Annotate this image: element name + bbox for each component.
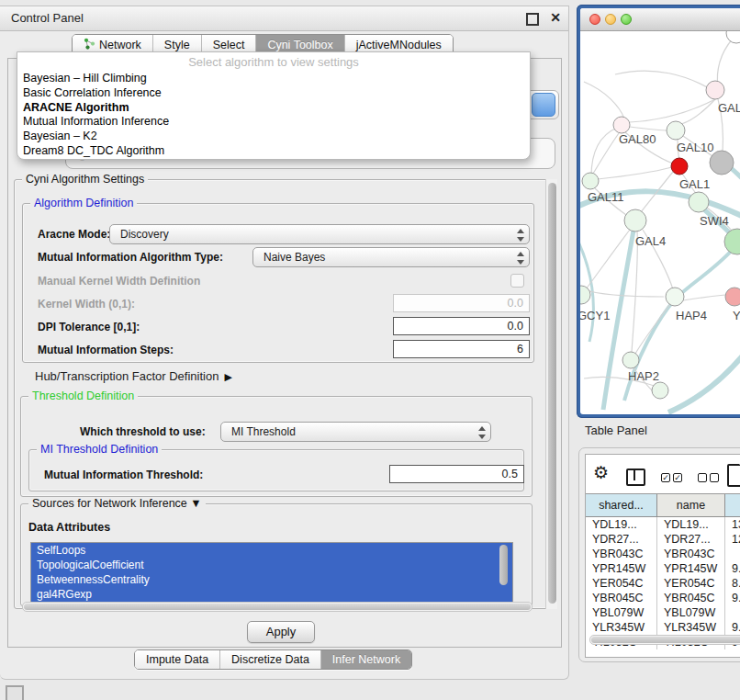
settings-horizontal-scrollbar[interactable] <box>22 602 533 612</box>
network-node-label: GAL11 <box>588 190 624 204</box>
data-attributes-label: Data Attributes <box>28 521 110 534</box>
dpi-tolerance-label: DPI Tolerance [0,1]: <box>38 321 140 333</box>
settings-vertical-scrollbar[interactable] <box>545 179 557 609</box>
column-header[interactable]: shared... <box>586 494 657 516</box>
gear-icon[interactable]: ⚙ <box>593 462 609 483</box>
table-toolbar: ⚙ ✓✓ <box>586 455 740 493</box>
node-table: shared...nameYDL19...YDL19...13YDR27...Y… <box>586 493 740 649</box>
mi-threshold-field[interactable]: 0.5 <box>389 465 524 483</box>
tab-impute-data[interactable]: Impute Data <box>135 650 219 669</box>
network-node-gal-partial[interactable] <box>706 81 724 99</box>
table-panel-inner: ⚙ ✓✓ shared...nameYDL19...YDL19...13YDR2… <box>585 454 740 658</box>
columns-icon[interactable] <box>626 469 645 486</box>
network-node-gal10[interactable] <box>667 121 685 140</box>
algorithm-option[interactable]: Bayesian – K2 <box>17 130 530 144</box>
table-cell: YDR27... <box>586 532 657 547</box>
list-vertical-scrollbar[interactable] <box>499 545 508 585</box>
sources-title: Sources for Network Inference ▼ <box>28 497 206 510</box>
tab-label: Select <box>213 39 245 51</box>
minimize-traffic-light-icon[interactable] <box>605 14 616 25</box>
table-cell <box>725 605 740 620</box>
tab-infer-network[interactable]: Infer Network <box>320 650 411 669</box>
table-cell: YER054C <box>586 576 657 591</box>
table-cell: 9. <box>725 591 740 605</box>
network-node-gal1[interactable] <box>671 158 688 175</box>
table-row[interactable]: YPR145WYPR145W9. <box>586 561 740 576</box>
column-header[interactable]: name <box>657 494 725 516</box>
algorithm-option[interactable]: Bayesian – Hill Climbing <box>17 72 530 86</box>
table-row[interactable]: YDL19...YDL19...13 <box>586 517 740 532</box>
table-cell: YBR043C <box>586 547 657 561</box>
table-cell: 12 <box>725 532 740 547</box>
attribute-list-item[interactable]: BetweennessCentrality <box>31 572 512 587</box>
network-edge <box>630 99 715 122</box>
attribute-list-item[interactable]: gal4RGexp <box>31 587 512 602</box>
network-node-label: GAL1 <box>679 177 710 191</box>
dropdown-prompt: Select algorithm to view settings <box>17 52 530 72</box>
panel-title: Control Panel <box>11 11 84 25</box>
close-icon[interactable]: ✕ <box>550 10 561 25</box>
mi-steps-field[interactable]: 6 <box>393 340 530 358</box>
select-all-columns-icon[interactable]: ✓✓ <box>661 473 682 482</box>
network-edge <box>584 82 624 119</box>
table-row[interactable]: YBL079WYBL079W <box>586 605 740 620</box>
hub-definition-disclosure[interactable]: Hub/Transcription Factor Definition▶ <box>35 369 232 383</box>
apply-button[interactable]: Apply <box>247 621 315 643</box>
table-row[interactable]: YER054CYER054C8. <box>586 576 740 591</box>
table-cell: YPR145W <box>657 561 725 576</box>
combo-spinner-focused[interactable] <box>532 93 555 117</box>
zoom-traffic-light-icon[interactable] <box>621 14 632 25</box>
algorithm-option[interactable]: Mutual Information Inference <box>17 115 530 130</box>
network-node-label: GCY1 <box>580 309 610 322</box>
network-node-pink-right[interactable] <box>725 288 740 306</box>
manual-kernel-checkbox[interactable] <box>510 274 524 288</box>
network-node-gal11[interactable] <box>582 173 599 189</box>
network-node-label: Y <box>733 309 740 322</box>
algorithm-list: Bayesian – Hill ClimbingBasic Correlatio… <box>17 72 530 159</box>
network-node-label: HAP4 <box>676 309 707 322</box>
mi-algorithm-type-select[interactable]: Naive Bayes <box>252 247 530 267</box>
network-node-gal80[interactable] <box>613 117 630 133</box>
table-cell: YBL079W <box>657 605 725 620</box>
algorithm-option[interactable]: Basic Correlation Inference <box>17 86 530 101</box>
which-threshold-select[interactable]: MI Threshold <box>220 422 491 442</box>
mi-threshold-group: MI Threshold Definition Mutual Informati… <box>28 449 524 491</box>
attribute-list-item[interactable]: SelfLoops <box>31 543 512 558</box>
collapsed-arrow-icon[interactable]: ▶ <box>224 371 231 383</box>
expanded-arrow-icon[interactable]: ▼ <box>190 497 201 510</box>
column-header[interactable] <box>725 494 740 516</box>
network-node-hap4[interactable] <box>666 288 684 306</box>
network-canvas[interactable]: GALGAL80GAL10GAL1GAL11SWI4GAL4GCY1HAP4YH… <box>580 31 740 414</box>
network-node-top-arc[interactable] <box>726 31 740 43</box>
table-cell: 13 <box>725 517 740 532</box>
table-horizontal-scrollbar[interactable] <box>589 635 740 645</box>
table-row[interactable]: YLR345WYLR345W9. <box>586 620 740 635</box>
network-window-titlebar[interactable] <box>580 8 740 31</box>
network-node-swi4[interactable] <box>689 192 709 212</box>
algorithm-option[interactable]: Dream8 DC_TDC Algorithm <box>17 144 530 159</box>
algorithm-option[interactable]: ARACNE Algorithm <box>17 101 530 116</box>
minimized-panel-icon[interactable] <box>6 685 24 700</box>
network-node-gcy1[interactable] <box>580 286 590 304</box>
network-node-label: GAL <box>718 101 740 115</box>
float-window-icon[interactable] <box>526 13 539 26</box>
aracne-mode-select[interactable]: Discovery <box>109 224 530 244</box>
dpi-tolerance-field[interactable]: 0.0 <box>393 317 530 335</box>
tab-discretize-data[interactable]: Discretize Data <box>219 650 320 669</box>
attribute-list-item[interactable]: TopologicalCoefficient <box>31 558 512 572</box>
network-node-gal4[interactable] <box>624 209 646 231</box>
data-attributes-list[interactable]: SelfLoopsTopologicalCoefficientBetweenne… <box>30 542 513 603</box>
network-node-label: HAP2 <box>628 369 659 383</box>
table-row[interactable]: YDR27...YDR27...12 <box>586 532 740 547</box>
table-row[interactable]: YBR045CYBR045C9. <box>586 591 740 605</box>
stepper-arrows-icon <box>477 426 486 439</box>
threshold-definition-group: Threshold Definition Which threshold to … <box>20 396 533 497</box>
deselect-all-columns-icon[interactable] <box>698 473 719 482</box>
network-node-hap2[interactable] <box>622 352 639 368</box>
close-traffic-light-icon[interactable] <box>589 14 600 25</box>
tab-label: jActiveMNodules <box>356 39 442 51</box>
kernel-width-field[interactable]: 0.0 <box>393 294 530 312</box>
new-table-icon[interactable] <box>727 464 740 487</box>
table-row[interactable]: YBR043CYBR043C <box>586 547 740 561</box>
network-node-small-bottom[interactable] <box>652 382 668 399</box>
